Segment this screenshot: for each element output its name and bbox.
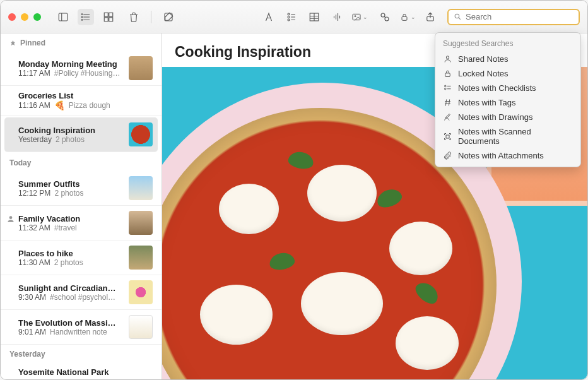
titlebar: ⌄ ⌄ xyxy=(1,1,587,33)
svg-line-46 xyxy=(449,100,449,106)
note-title: Groceries List xyxy=(18,91,153,100)
today-section-header: Today xyxy=(1,153,162,171)
delete-button[interactable] xyxy=(126,9,142,25)
svg-point-34 xyxy=(455,14,459,18)
svg-rect-47 xyxy=(446,135,449,138)
svg-point-30 xyxy=(385,17,389,21)
sidebar-toggle-button[interactable] xyxy=(55,9,71,25)
list-view-button[interactable] xyxy=(78,9,94,25)
audio-button[interactable] xyxy=(329,9,345,25)
svg-point-37 xyxy=(446,56,449,59)
note-item[interactable]: Summer Outfits 12:12 PM2 photos xyxy=(1,171,162,206)
svg-point-17 xyxy=(288,19,290,21)
svg-point-5 xyxy=(81,13,83,15)
suggested-tags[interactable]: Notes with Tags xyxy=(435,95,580,110)
lock-icon xyxy=(443,69,452,78)
svg-point-41 xyxy=(445,88,447,90)
suggested-shared-notes[interactable]: Shared Notes xyxy=(435,52,580,66)
note-item[interactable]: Groceries List 11:16 AM🍕Pizza dough xyxy=(1,86,162,116)
suggested-searches-panel: Suggested Searches Shared Notes Locked N… xyxy=(435,32,581,167)
lock-button[interactable]: ⌄ xyxy=(399,9,416,25)
checklist-icon xyxy=(443,83,452,93)
shared-icon xyxy=(6,215,15,223)
suggested-attachments[interactable]: Notes with Attachments xyxy=(435,148,580,163)
window-controls xyxy=(8,13,41,21)
svg-line-45 xyxy=(445,100,446,106)
note-title: The Evolution of Massi… xyxy=(18,318,122,328)
svg-rect-0 xyxy=(59,13,68,21)
note-title: Sunlight and Circadian… xyxy=(18,283,122,293)
note-title: Family Vacation xyxy=(18,214,122,223)
today-label: Today xyxy=(9,158,31,167)
pinned-section-header: Pinned xyxy=(1,33,162,51)
yesterday-label: Yesterday xyxy=(9,350,45,359)
svg-rect-10 xyxy=(104,17,108,21)
close-window-button[interactable] xyxy=(8,13,16,21)
suggested-locked-notes[interactable]: Locked Notes xyxy=(435,66,580,81)
svg-line-35 xyxy=(459,18,461,20)
svg-point-29 xyxy=(381,13,385,17)
note-thumbnail xyxy=(129,56,153,80)
note-title: Monday Morning Meeting xyxy=(18,59,122,69)
note-thumbnail xyxy=(129,122,153,146)
svg-rect-8 xyxy=(104,13,108,16)
format-button[interactable] xyxy=(261,9,277,25)
minimize-window-button[interactable] xyxy=(21,13,28,21)
svg-point-39 xyxy=(445,85,447,87)
new-note-button[interactable] xyxy=(160,9,177,25)
suggested-scanned[interactable]: Notes with Scanned Documents xyxy=(435,124,580,148)
search-icon xyxy=(454,13,462,21)
note-title: Places to hike xyxy=(18,249,122,258)
pinned-label: Pinned xyxy=(20,39,45,47)
notes-list[interactable]: Pinned Monday Morning Meeting 11:17 AM#P… xyxy=(1,33,162,379)
separator xyxy=(151,11,151,23)
note-item[interactable]: The Evolution of Massi… 9:01 AMHandwritt… xyxy=(1,310,162,345)
pencil-icon xyxy=(443,112,452,122)
note-thumbnail xyxy=(129,176,153,200)
svg-rect-9 xyxy=(109,13,113,16)
note-item[interactable]: Places to hike 11:30 AM2 photos xyxy=(1,240,162,275)
checklist-button[interactable] xyxy=(283,9,300,25)
note-item[interactable]: Yosemite National Park xyxy=(1,362,162,379)
format-buttons: ⌄ xyxy=(261,9,368,25)
pizza-icon: 🍕 xyxy=(54,100,65,110)
svg-point-15 xyxy=(288,16,290,18)
note-item[interactable]: Family Vacation 11:32 AM#travel xyxy=(1,206,162,240)
svg-line-31 xyxy=(384,16,385,18)
suggested-drawings[interactable]: Notes with Drawings xyxy=(435,110,580,124)
suggested-header: Suggested Searches xyxy=(435,37,580,52)
view-buttons xyxy=(55,9,117,25)
person-icon xyxy=(443,54,452,64)
paperclip-icon xyxy=(443,151,452,160)
svg-point-36 xyxy=(9,216,13,219)
note-item[interactable]: Sunlight and Circadian… 9:30 AM#school #… xyxy=(1,275,162,310)
hash-icon xyxy=(443,98,452,107)
link-button[interactable] xyxy=(377,9,393,25)
note-thumbnail xyxy=(129,315,153,339)
share-button[interactable] xyxy=(422,9,438,25)
note-item-selected[interactable]: Cooking Inspiration Yesterday2 photos xyxy=(4,117,158,152)
share-buttons: ⌄ xyxy=(377,9,438,25)
svg-rect-11 xyxy=(109,17,113,21)
svg-rect-38 xyxy=(445,73,450,77)
note-title: Yosemite National Park xyxy=(18,367,153,377)
note-title: Summer Outfits xyxy=(18,179,122,189)
note-thumbnail xyxy=(129,246,153,270)
svg-point-7 xyxy=(81,19,83,20)
search-field[interactable] xyxy=(447,9,580,25)
zoom-window-button[interactable] xyxy=(33,13,41,21)
media-button[interactable]: ⌄ xyxy=(351,9,368,25)
pin-icon xyxy=(9,40,16,47)
note-item[interactable]: Monday Morning Meeting 11:17 AM#Policy #… xyxy=(1,51,162,86)
note-thumbnail xyxy=(129,280,153,304)
scan-icon xyxy=(443,132,452,141)
gallery-view-button[interactable] xyxy=(100,9,117,25)
note-thumbnail xyxy=(129,211,153,235)
table-button[interactable] xyxy=(306,9,322,25)
svg-rect-32 xyxy=(402,16,407,20)
search-input[interactable] xyxy=(466,12,573,21)
suggested-checklists[interactable]: Notes with Checklists xyxy=(435,81,580,95)
yesterday-section-header: Yesterday xyxy=(1,345,162,362)
svg-point-28 xyxy=(355,15,356,16)
svg-point-6 xyxy=(81,16,83,18)
